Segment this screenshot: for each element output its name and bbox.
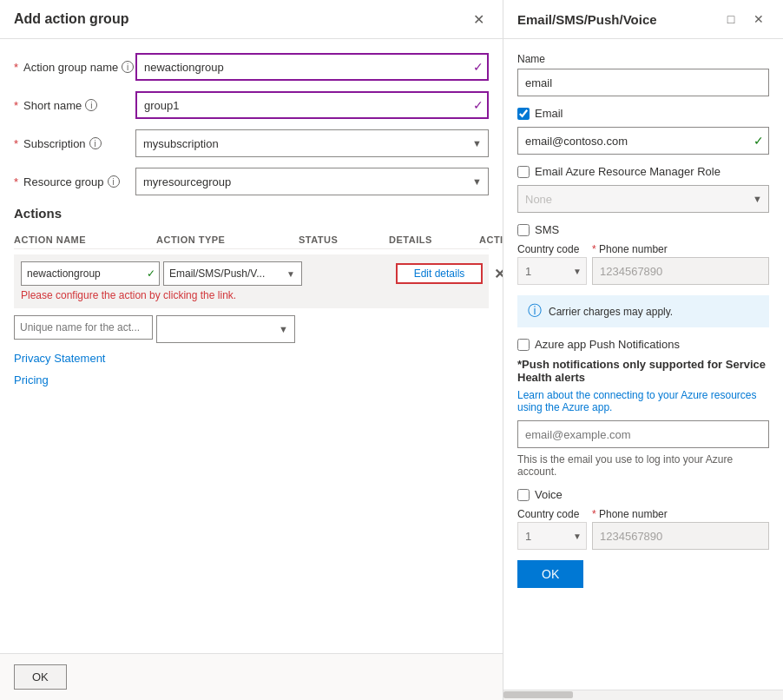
new-action-type-select[interactable]	[156, 315, 295, 343]
table-row: ✓ Email/SMS/Push/V... ▼ Edit details ✕ P…	[14, 254, 489, 308]
col-action-type: ACTION TYPE	[156, 234, 295, 245]
sms-phone-number-label: Phone number	[592, 243, 769, 255]
edit-details-button[interactable]: Edit details	[396, 263, 483, 284]
action-name-input[interactable]	[21, 261, 160, 286]
action-group-name-label: * Action group name i	[14, 61, 135, 74]
right-panel-header: Email/SMS/Push/Voice □ ✕	[503, 0, 783, 39]
action-group-name-info-icon[interactable]: i	[122, 61, 134, 73]
voice-country-code-select[interactable]: 1	[517, 522, 587, 550]
action-name-check-icon: ✓	[147, 267, 155, 280]
sms-checkbox[interactable]	[517, 224, 530, 236]
sms-country-code-select[interactable]: 1	[517, 257, 587, 285]
action-error-text: Please configure the action by clicking …	[21, 289, 482, 301]
email-input[interactable]	[517, 127, 769, 155]
email-azure-role-checkbox[interactable]	[517, 166, 530, 178]
add-action-group-panel: Add action group ✕ * Action group name i…	[0, 0, 503, 700]
email-azure-role-label: Email Azure Resource Manager Role	[535, 165, 720, 178]
email-azure-role-select-wrapper: None ▼	[517, 185, 769, 213]
name-input[interactable]	[517, 69, 769, 96]
resource-group-select[interactable]: myresourcegroup	[135, 168, 489, 195]
short-name-input[interactable]	[135, 91, 489, 119]
col-status: STATUS	[299, 234, 385, 245]
action-group-name-group: * Action group name i ✓	[14, 53, 489, 81]
action-group-name-input-wrapper: ✓	[135, 53, 489, 81]
push-checkbox-row: Azure app Push Notifications	[517, 338, 769, 351]
push-email-input[interactable]	[517, 420, 769, 448]
carrier-notice-banner: ⓘ Carrier charges may apply.	[517, 295, 769, 327]
voice-checkbox[interactable]	[517, 489, 530, 501]
right-panel-icon-group: □ ✕	[720, 9, 769, 30]
subscription-select[interactable]: mysubscription	[135, 129, 489, 157]
sms-phone-input[interactable]	[592, 257, 769, 285]
sms-country-code-label: Country code	[517, 243, 587, 255]
subscription-select-wrapper: mysubscription ▼	[135, 129, 489, 157]
right-panel-body: Name Email ✓ Email Azure Resource Manage…	[503, 39, 783, 690]
email-azure-role-checkbox-row: Email Azure Resource Manager Role	[517, 165, 769, 178]
voice-phone-input[interactable]	[592, 522, 769, 550]
privacy-statement-link[interactable]: Privacy Statement	[14, 352, 489, 365]
short-name-check-icon: ✓	[473, 98, 484, 112]
right-ok-button[interactable]: OK	[517, 560, 583, 588]
short-name-label: * Short name i	[14, 99, 135, 112]
resource-group-group: * Resource group i myresourcegroup ▼	[14, 168, 489, 195]
email-azure-role-select[interactable]: None	[517, 185, 769, 213]
voice-phone-number-label: Phone number	[592, 508, 769, 520]
col-action-name: ACTION NAME	[14, 234, 153, 245]
sms-country-code-wrapper: 1 ▼	[517, 257, 587, 285]
voice-checkbox-row: Voice	[517, 488, 769, 501]
sms-checkbox-label: SMS	[535, 223, 559, 236]
col-actions: ACTIONS	[479, 234, 503, 245]
sms-phone-row: 1 ▼	[517, 257, 769, 285]
voice-country-code-wrapper: 1 ▼	[517, 522, 587, 550]
voice-country-code-label: Country code	[517, 508, 587, 520]
actions-table-header: ACTION NAME ACTION TYPE STATUS DETAILS A…	[14, 231, 489, 249]
resource-group-label: * Resource group i	[14, 175, 135, 188]
sms-phone-label-row: Country code Phone number	[517, 243, 769, 255]
email-checkbox[interactable]	[517, 108, 530, 120]
voice-phone-label-row: Country code Phone number	[517, 508, 769, 520]
action-row-1: ✓ Email/SMS/Push/V... ▼ Edit details ✕	[21, 261, 482, 286]
scrollbar-thumb	[503, 691, 573, 698]
resource-group-info-icon[interactable]: i	[108, 175, 120, 188]
left-panel-header: Add action group ✕	[0, 0, 503, 39]
voice-phone-row: 1 ▼	[517, 522, 769, 550]
email-input-wrapper: ✓	[517, 127, 769, 155]
new-action-name-input[interactable]	[14, 315, 153, 340]
actions-section-title: Actions	[14, 206, 489, 221]
short-name-input-wrapper: ✓	[135, 91, 489, 119]
left-panel-close-button[interactable]: ✕	[468, 9, 489, 30]
bottom-scrollbar[interactable]	[503, 690, 783, 700]
left-ok-button[interactable]: OK	[14, 664, 67, 690]
push-note-text: *Push notifications only supported for S…	[517, 358, 769, 384]
pricing-link[interactable]: Pricing	[14, 373, 489, 386]
required-star: *	[14, 61, 18, 74]
azure-app-link[interactable]: Learn about the connecting to your Azure…	[517, 389, 769, 413]
short-name-group: * Short name i ✓	[14, 91, 489, 119]
push-note-bold: *Push notifications only supported for S…	[517, 358, 766, 384]
delete-action-button[interactable]: ✕	[486, 266, 503, 282]
left-panel-body: * Action group name i ✓ * Short name i	[0, 39, 503, 653]
action-type-field: Email/SMS/Push/V... ▼	[163, 261, 302, 286]
short-name-info-icon[interactable]: i	[85, 99, 97, 111]
email-sms-push-voice-panel: Email/SMS/Push/Voice □ ✕ Name Email ✓	[503, 0, 783, 700]
right-panel-title: Email/SMS/Push/Voice	[517, 12, 657, 27]
right-panel-close-button[interactable]: ✕	[748, 9, 769, 30]
carrier-notice-text: Carrier charges may apply.	[549, 306, 673, 318]
maximize-button[interactable]: □	[720, 9, 741, 30]
required-star-2: *	[14, 99, 18, 112]
carrier-info-icon: ⓘ	[528, 302, 542, 320]
email-checkbox-label: Email	[535, 107, 563, 120]
required-star-4: *	[14, 175, 18, 188]
voice-checkbox-label: Voice	[535, 488, 563, 501]
sms-checkbox-row: SMS	[517, 223, 769, 236]
name-label: Name	[517, 53, 769, 65]
email-check-icon: ✓	[753, 134, 764, 148]
left-panel-title: Add action group	[14, 11, 128, 27]
action-type-select[interactable]: Email/SMS/Push/V...	[163, 261, 302, 286]
subscription-info-icon[interactable]: i	[89, 137, 102, 149]
email-checkbox-row: Email	[517, 107, 769, 120]
col-details: DETAILS	[389, 234, 476, 245]
new-action-type-wrapper: ▼	[156, 315, 295, 343]
push-checkbox[interactable]	[517, 339, 530, 351]
action-group-name-input[interactable]	[135, 53, 489, 81]
